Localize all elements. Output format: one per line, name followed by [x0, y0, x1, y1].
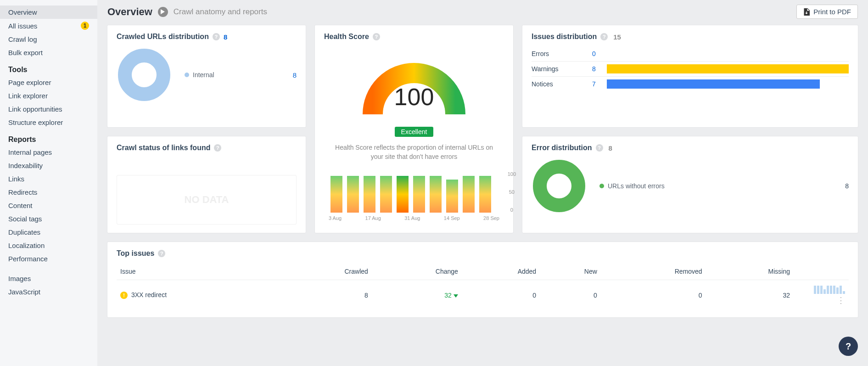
sidebar-item-redirects[interactable]: Redirects: [0, 186, 97, 199]
page-subtitle: Crawl anatomy and reports: [174, 7, 267, 17]
sidebar-item-crawl-log[interactable]: Crawl log: [0, 33, 97, 46]
card-title: Top issues: [117, 249, 154, 258]
card-title: Health Score: [324, 33, 369, 41]
legend-item-no-errors[interactable]: URLs without errors 8: [599, 182, 849, 190]
issues-distribution-card: Issues distribution ? 15 Errors 0 Warnin…: [522, 25, 858, 127]
health-gauge: 100: [354, 45, 474, 124]
sidebar-item-page-explorer[interactable]: Page explorer: [0, 76, 97, 89]
sidebar-item-content[interactable]: Content: [0, 199, 97, 212]
dot-icon: [599, 184, 604, 188]
sidebar-item-structure-explorer[interactable]: Structure explorer: [0, 116, 97, 129]
sidebar-item-indexability[interactable]: Indexability: [0, 159, 97, 172]
sidebar-item-duplicates[interactable]: Duplicates: [0, 225, 97, 239]
col-removed[interactable]: Removed: [601, 263, 706, 280]
health-desc: Health Score reflects the proportion of …: [324, 143, 504, 161]
error-distribution-card: Error distribution ? 8 URLs without erro…: [522, 136, 858, 233]
sidebar-item-bulk-export[interactable]: Bulk export: [0, 46, 97, 59]
help-icon[interactable]: ?: [373, 33, 380, 40]
col-new[interactable]: New: [540, 263, 601, 280]
sidebar-item-all-issues[interactable]: All issues1: [0, 19, 97, 33]
col-issue[interactable]: Issue: [117, 263, 279, 280]
help-icon[interactable]: ?: [600, 33, 608, 40]
sidebar-item-overview[interactable]: Overview: [0, 6, 97, 19]
download-icon: [803, 8, 810, 16]
col-missing[interactable]: Missing: [706, 263, 794, 280]
sidebar-item-performance[interactable]: Performance: [0, 252, 97, 265]
issues-total: 15: [613, 33, 621, 41]
error-dist-total: 8: [609, 144, 612, 152]
help-fab-button[interactable]: ?: [839, 337, 858, 356]
sidebar-item-link-explorer[interactable]: Link explorer: [0, 89, 97, 102]
page-title: Overview: [107, 6, 152, 18]
issue-row-notices[interactable]: Notices 7: [532, 76, 849, 91]
table-row[interactable]: !3XX redirect 8 32 0 0 0 32 ⋮: [117, 280, 849, 310]
help-icon[interactable]: ?: [214, 144, 221, 152]
help-icon[interactable]: ?: [213, 33, 220, 40]
help-icon[interactable]: ?: [596, 144, 603, 152]
col-crawled[interactable]: Crawled: [279, 263, 372, 280]
sidebar-item-internal-pages[interactable]: Internal pages: [0, 146, 97, 159]
sparkline: [814, 285, 845, 294]
card-title: Error distribution: [532, 144, 592, 152]
top-issues-card: Top issues ? IssueCrawledChangeAddedNewR…: [107, 242, 858, 317]
warning-icon: !: [120, 292, 128, 299]
health-label: Excellent: [395, 127, 434, 137]
badge: 1: [81, 22, 89, 30]
issue-row-errors[interactable]: Errors 0: [532, 46, 849, 61]
sidebar-item-social-tags[interactable]: Social tags: [0, 212, 97, 225]
print-pdf-button[interactable]: Print to PDF: [796, 5, 858, 19]
top-issues-table: IssueCrawledChangeAddedNewRemovedMissing…: [117, 263, 849, 310]
trend-down-icon: [454, 294, 458, 298]
play-icon[interactable]: [158, 7, 168, 17]
error-donut-chart: [532, 158, 587, 214]
dot-icon: [185, 73, 189, 77]
crawled-total[interactable]: 8: [224, 33, 227, 41]
card-title: Issues distribution: [532, 33, 597, 41]
tools-header: Tools: [0, 59, 97, 76]
card-title: Crawl status of links found: [117, 144, 210, 152]
main-content: Overview Crawl anatomy and reports Print…: [97, 0, 868, 366]
issue-row-warnings[interactable]: Warnings 8: [532, 61, 849, 76]
crawled-donut-chart: [117, 47, 172, 102]
sidebar-item-javascript[interactable]: JavaScript: [0, 285, 97, 298]
legend-item-internal[interactable]: Internal 8: [185, 71, 297, 79]
svg-text:100: 100: [394, 84, 434, 110]
col-change[interactable]: Change: [372, 263, 462, 280]
svg-point-0: [125, 56, 163, 94]
card-title: Crawled URLs distribution: [117, 33, 209, 41]
sidebar: OverviewAll issues1Crawl logBulk export …: [0, 0, 97, 366]
reports-header: Reports: [0, 129, 97, 146]
kebab-icon[interactable]: ⋮: [831, 296, 845, 305]
health-history-chart: 100 50 0: [324, 171, 504, 213]
sidebar-item-localization[interactable]: Localization: [0, 239, 97, 252]
svg-point-2: [540, 167, 578, 205]
sidebar-item-link-opportunities[interactable]: Link opportunities: [0, 102, 97, 116]
health-score-card: Health Score ?: [315, 25, 513, 233]
crawl-status-card: Crawl status of links found ? NO DATA: [107, 136, 306, 233]
crawled-urls-card: Crawled URLs distribution ? 8 Internal 8: [107, 25, 306, 127]
col-added[interactable]: Added: [462, 263, 540, 280]
sidebar-item-links[interactable]: Links: [0, 172, 97, 186]
no-data-placeholder: NO DATA: [117, 175, 297, 225]
help-icon[interactable]: ?: [158, 250, 165, 257]
sidebar-item-images[interactable]: Images: [0, 272, 97, 285]
